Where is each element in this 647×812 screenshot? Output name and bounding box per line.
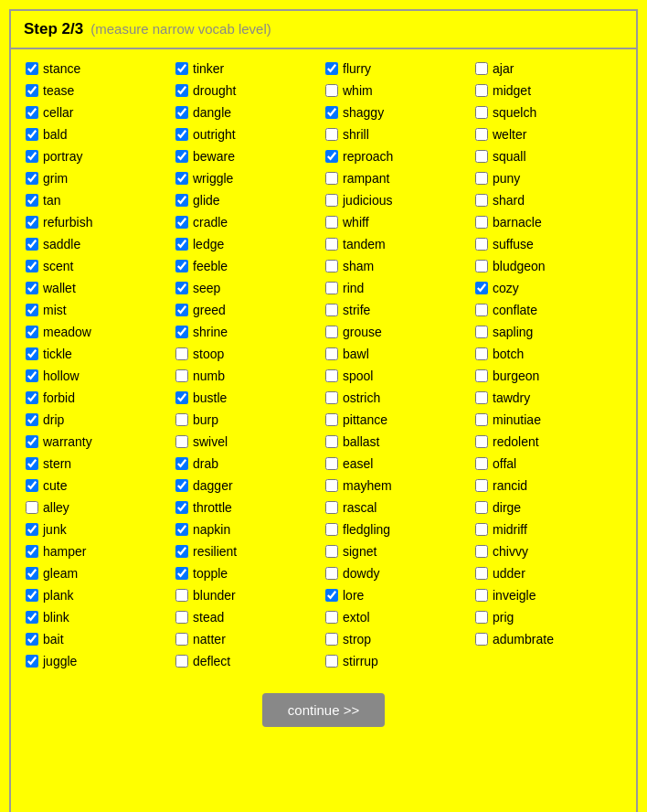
word-checkbox[interactable] xyxy=(26,545,38,558)
word-checkbox[interactable] xyxy=(26,457,38,470)
word-checkbox[interactable] xyxy=(26,238,38,251)
word-checkbox[interactable] xyxy=(26,435,38,448)
word-checkbox[interactable] xyxy=(175,326,188,338)
word-checkbox[interactable] xyxy=(325,501,338,514)
word-checkbox[interactable] xyxy=(475,391,488,404)
word-checkbox[interactable] xyxy=(325,457,338,470)
word-checkbox[interactable] xyxy=(175,216,188,229)
word-checkbox[interactable] xyxy=(325,523,338,536)
word-checkbox[interactable] xyxy=(175,347,188,360)
word-checkbox[interactable] xyxy=(26,611,38,624)
word-checkbox[interactable] xyxy=(175,106,188,119)
word-checkbox[interactable] xyxy=(26,501,38,514)
word-checkbox[interactable] xyxy=(475,150,488,163)
word-checkbox[interactable] xyxy=(325,260,338,272)
word-checkbox[interactable] xyxy=(475,435,488,448)
word-checkbox[interactable] xyxy=(475,633,488,646)
word-checkbox[interactable] xyxy=(475,369,488,382)
word-checkbox[interactable] xyxy=(26,260,38,272)
word-checkbox[interactable] xyxy=(325,479,338,492)
word-checkbox[interactable] xyxy=(475,172,488,185)
word-checkbox[interactable] xyxy=(175,589,188,602)
word-checkbox[interactable] xyxy=(475,479,488,492)
word-checkbox[interactable] xyxy=(475,567,488,580)
word-checkbox[interactable] xyxy=(26,655,38,668)
word-checkbox[interactable] xyxy=(175,567,188,580)
word-checkbox[interactable] xyxy=(475,413,488,426)
word-checkbox[interactable] xyxy=(26,62,38,75)
word-checkbox[interactable] xyxy=(475,128,488,141)
word-checkbox[interactable] xyxy=(475,238,488,251)
word-checkbox[interactable] xyxy=(325,326,338,338)
word-checkbox[interactable] xyxy=(26,216,38,229)
word-checkbox[interactable] xyxy=(175,194,188,207)
word-checkbox[interactable] xyxy=(325,589,338,602)
word-checkbox[interactable] xyxy=(175,611,188,624)
word-checkbox[interactable] xyxy=(26,589,38,602)
word-checkbox[interactable] xyxy=(175,435,188,448)
word-checkbox[interactable] xyxy=(325,62,338,75)
continue-button[interactable]: continue >> xyxy=(262,693,385,727)
word-checkbox[interactable] xyxy=(475,304,488,316)
word-checkbox[interactable] xyxy=(475,457,488,470)
word-checkbox[interactable] xyxy=(325,435,338,448)
word-checkbox[interactable] xyxy=(175,369,188,382)
word-checkbox[interactable] xyxy=(175,545,188,558)
word-checkbox[interactable] xyxy=(475,347,488,360)
word-checkbox[interactable] xyxy=(175,150,188,163)
word-checkbox[interactable] xyxy=(175,633,188,646)
word-checkbox[interactable] xyxy=(175,128,188,141)
word-checkbox[interactable] xyxy=(325,611,338,624)
word-checkbox[interactable] xyxy=(325,545,338,558)
word-checkbox[interactable] xyxy=(26,128,38,141)
word-checkbox[interactable] xyxy=(325,369,338,382)
word-checkbox[interactable] xyxy=(175,457,188,470)
word-checkbox[interactable] xyxy=(325,304,338,316)
word-checkbox[interactable] xyxy=(475,216,488,229)
word-checkbox[interactable] xyxy=(325,172,338,185)
word-checkbox[interactable] xyxy=(475,106,488,119)
word-checkbox[interactable] xyxy=(26,523,38,536)
word-checkbox[interactable] xyxy=(26,567,38,580)
word-checkbox[interactable] xyxy=(26,326,38,338)
word-checkbox[interactable] xyxy=(175,655,188,668)
word-checkbox[interactable] xyxy=(325,413,338,426)
word-checkbox[interactable] xyxy=(475,611,488,624)
word-checkbox[interactable] xyxy=(325,347,338,360)
word-checkbox[interactable] xyxy=(175,391,188,404)
word-checkbox[interactable] xyxy=(26,106,38,119)
word-checkbox[interactable] xyxy=(175,238,188,251)
word-checkbox[interactable] xyxy=(325,655,338,668)
word-checkbox[interactable] xyxy=(325,194,338,207)
word-checkbox[interactable] xyxy=(26,347,38,360)
word-checkbox[interactable] xyxy=(325,128,338,141)
word-checkbox[interactable] xyxy=(175,501,188,514)
word-checkbox[interactable] xyxy=(26,391,38,404)
word-checkbox[interactable] xyxy=(26,413,38,426)
word-checkbox[interactable] xyxy=(325,633,338,646)
word-checkbox[interactable] xyxy=(26,194,38,207)
word-checkbox[interactable] xyxy=(175,413,188,426)
word-checkbox[interactable] xyxy=(475,545,488,558)
word-checkbox[interactable] xyxy=(325,282,338,294)
word-checkbox[interactable] xyxy=(26,369,38,382)
word-checkbox[interactable] xyxy=(325,391,338,404)
word-checkbox[interactable] xyxy=(325,238,338,251)
word-checkbox[interactable] xyxy=(325,567,338,580)
word-checkbox[interactable] xyxy=(175,260,188,272)
word-checkbox[interactable] xyxy=(175,84,188,97)
word-checkbox[interactable] xyxy=(26,304,38,316)
word-checkbox[interactable] xyxy=(475,326,488,338)
word-checkbox[interactable] xyxy=(175,523,188,536)
word-checkbox[interactable] xyxy=(325,150,338,163)
word-checkbox[interactable] xyxy=(175,172,188,185)
word-checkbox[interactable] xyxy=(175,282,188,294)
word-checkbox[interactable] xyxy=(475,194,488,207)
word-checkbox[interactable] xyxy=(175,479,188,492)
word-checkbox[interactable] xyxy=(26,84,38,97)
word-checkbox[interactable] xyxy=(475,62,488,75)
word-checkbox[interactable] xyxy=(325,216,338,229)
word-checkbox[interactable] xyxy=(325,84,338,97)
word-checkbox[interactable] xyxy=(26,172,38,185)
word-checkbox[interactable] xyxy=(26,479,38,492)
